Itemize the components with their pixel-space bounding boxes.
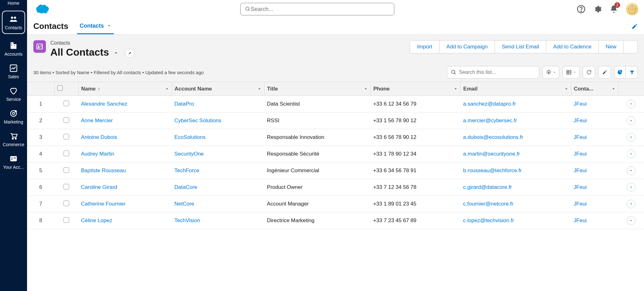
setup-gear-icon[interactable] — [593, 5, 602, 14]
nav-item-accounts[interactable]: Accounts — [0, 38, 27, 60]
salesforce-logo[interactable] — [33, 3, 50, 15]
column-menu-icon[interactable] — [364, 87, 368, 91]
owner-link[interactable]: JFeui — [574, 134, 587, 140]
nav-item-sales[interactable]: Sales — [0, 60, 27, 83]
col-name[interactable]: Name↑ — [78, 82, 172, 96]
col-email[interactable]: Email — [461, 82, 571, 96]
owner-link[interactable]: JFeui — [574, 151, 587, 157]
column-menu-icon[interactable] — [165, 87, 169, 91]
search-list-input[interactable] — [459, 69, 535, 75]
help-icon[interactable] — [577, 5, 586, 14]
contact-email-link[interactable]: a.martin@securityone.fr — [463, 151, 520, 157]
row-checkbox[interactable] — [64, 101, 69, 106]
contact-name-link[interactable]: Baptiste Rousseau — [81, 167, 126, 173]
col-phone[interactable]: Phone — [371, 82, 461, 96]
row-actions-menu[interactable] — [627, 183, 636, 192]
row-checkbox[interactable] — [64, 200, 69, 206]
add-to-cadence-button[interactable]: Add to Cadence — [546, 41, 599, 53]
contact-title: Product Owner — [264, 179, 371, 196]
row-actions-menu[interactable] — [627, 216, 636, 225]
owner-link[interactable]: JFeui — [574, 201, 587, 207]
row-actions-menu[interactable] — [627, 133, 636, 142]
owner-link[interactable]: JFeui — [574, 217, 587, 223]
row-checkbox[interactable] — [64, 151, 69, 156]
notifications-bell-icon[interactable]: 2 — [609, 5, 618, 14]
contact-email-link[interactable]: c.lopez@techvision.fr — [463, 217, 514, 223]
contact-name-link[interactable]: Audrey Martin — [81, 151, 114, 157]
nav-item-contacts[interactable]: Contacts — [0, 8, 27, 38]
chart-button[interactable] — [614, 66, 625, 78]
pin-button[interactable] — [125, 48, 134, 58]
contact-email-link[interactable]: a.mercier@cybersec.fr — [463, 118, 517, 124]
search-list[interactable] — [447, 66, 539, 79]
listview-picker[interactable]: All Contacts — [50, 47, 134, 60]
row-actions-menu[interactable] — [627, 100, 636, 108]
user-avatar[interactable] — [626, 3, 638, 15]
row-checkbox[interactable] — [64, 184, 69, 189]
contact-email-link[interactable]: b.rousseau@techforce.fr — [463, 167, 522, 173]
send-list-email-button[interactable]: Send List Email — [495, 41, 546, 53]
col-account[interactable]: Account Name — [172, 82, 264, 96]
row-checkbox[interactable] — [64, 134, 69, 140]
svg-rect-6 — [14, 45, 15, 46]
select-all-checkbox[interactable] — [57, 85, 63, 91]
row-actions-menu[interactable] — [627, 116, 636, 125]
contact-name-link[interactable]: Antoine Dubois — [81, 134, 117, 140]
contact-email-link[interactable]: c.fournier@netcore.fr — [463, 201, 514, 207]
account-name-link[interactable]: DataCore — [175, 184, 197, 190]
owner-link[interactable]: JFeui — [574, 118, 587, 124]
row-checkbox[interactable] — [64, 117, 69, 123]
global-search[interactable] — [240, 3, 394, 15]
owner-link[interactable]: JFeui — [574, 184, 587, 190]
new-button[interactable]: New — [599, 41, 624, 53]
building-icon — [9, 41, 18, 50]
inline-edit-button[interactable] — [598, 66, 611, 79]
account-name-link[interactable]: EcoSolutions — [175, 134, 206, 140]
nav-item-marketing[interactable]: Marketing — [0, 106, 27, 128]
refresh-button[interactable] — [583, 66, 595, 79]
nav-item-home[interactable]: Home — [0, 0, 27, 8]
edit-pencil-icon[interactable] — [631, 23, 638, 30]
row-checkbox[interactable] — [64, 167, 69, 173]
row-checkbox[interactable] — [64, 217, 69, 223]
contact-email-link[interactable]: c.girard@datacore.fr — [463, 184, 512, 190]
column-menu-icon[interactable] — [257, 87, 262, 91]
object-tab-contacts[interactable]: Contacts — [77, 18, 114, 34]
more-actions-dropdown[interactable] — [624, 41, 637, 53]
display-as-button[interactable] — [563, 66, 580, 79]
nav-label: Commerce — [3, 142, 24, 147]
nav-item-your-account[interactable]: Your Acc... — [0, 151, 27, 173]
column-menu-icon[interactable] — [453, 87, 458, 91]
contact-name-link[interactable]: Anne Mercier — [81, 118, 113, 124]
account-name-link[interactable]: TechForce — [175, 167, 199, 173]
add-to-campaign-button[interactable]: Add to Campaign — [440, 41, 495, 53]
account-name-link[interactable]: SecurityOne — [175, 151, 204, 157]
contact-name-link[interactable]: Caroline Girard — [81, 184, 117, 190]
row-actions-menu[interactable] — [627, 200, 636, 208]
owner-link[interactable]: JFeui — [574, 101, 587, 107]
account-name-link[interactable]: CyberSec Solutions — [175, 118, 221, 124]
contact-name-link[interactable]: Céline Lopez — [81, 217, 112, 223]
account-name-link[interactable]: DataPro — [175, 101, 194, 107]
import-button[interactable]: Import — [410, 41, 439, 53]
col-title[interactable]: Title — [264, 82, 371, 96]
row-actions-menu[interactable] — [627, 150, 636, 158]
account-name-link[interactable]: TechVision — [175, 217, 200, 223]
col-owner[interactable]: Conta... — [571, 82, 618, 96]
row-number: 3 — [27, 129, 54, 146]
owner-link[interactable]: JFeui — [574, 167, 587, 173]
contact-email-link[interactable]: a.sanchez@datapro.fr — [463, 101, 516, 107]
contact-name-link[interactable]: Catherine Fournier — [81, 201, 125, 207]
list-controls-gear[interactable] — [542, 66, 559, 79]
contact-object-icon — [33, 40, 46, 53]
nav-item-commerce[interactable]: Commerce — [0, 128, 27, 151]
column-menu-icon[interactable] — [564, 87, 569, 91]
global-search-input[interactable] — [251, 6, 390, 13]
filter-button[interactable] — [627, 66, 637, 78]
contact-email-link[interactable]: a.dubois@ecosolutions.fr — [463, 134, 523, 140]
nav-item-service[interactable]: Service — [0, 83, 27, 106]
column-menu-icon[interactable] — [611, 87, 616, 91]
row-actions-menu[interactable] — [627, 166, 636, 175]
account-name-link[interactable]: NetCore — [175, 201, 194, 207]
contact-name-link[interactable]: Alexandre Sanchez — [81, 101, 127, 107]
